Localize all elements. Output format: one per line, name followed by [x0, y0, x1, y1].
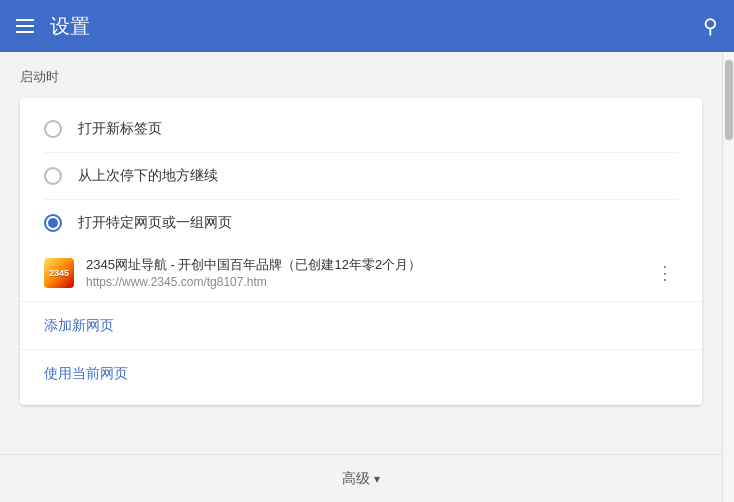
more-options-icon[interactable]: ⋮ — [652, 260, 678, 286]
radio-resume[interactable]: 从上次停下的地方继续 — [20, 153, 702, 199]
advanced-label: 高级 — [342, 470, 370, 488]
radio-label-new-tab: 打开新标签页 — [78, 120, 162, 138]
radio-circle-resume — [44, 167, 62, 185]
site-url: https://www.2345.com/tg8107.htm — [86, 274, 640, 291]
radio-new-tab[interactable]: 打开新标签页 — [20, 106, 702, 152]
header: 设置 ⚲ — [0, 0, 734, 52]
main-content: 启动时 打开新标签页 从上次停下的地方继续 打开特定网页或一组网页 2345 2… — [0, 52, 722, 437]
hamburger-icon[interactable] — [16, 19, 34, 33]
scrollbar-track[interactable] — [722, 52, 734, 502]
radio-label-specific: 打开特定网页或一组网页 — [78, 214, 232, 232]
site-name: 2345网址导航 - 开创中国百年品牌（已创建12年零2个月） — [86, 256, 640, 274]
use-current-option[interactable]: 使用当前网页 — [20, 350, 702, 397]
site-favicon: 2345 — [44, 258, 74, 288]
chevron-down-icon: ▾ — [374, 472, 380, 486]
startup-card: 打开新标签页 从上次停下的地方继续 打开特定网页或一组网页 2345 2345网… — [20, 98, 702, 405]
add-page-option[interactable]: 添加新网页 — [20, 302, 702, 349]
radio-specific[interactable]: 打开特定网页或一组网页 — [20, 200, 702, 246]
add-page-link[interactable]: 添加新网页 — [44, 317, 114, 333]
page-title: 设置 — [50, 13, 90, 40]
site-icon-text: 2345 — [49, 268, 69, 278]
header-left: 设置 — [16, 13, 90, 40]
scrollbar-thumb[interactable] — [725, 60, 733, 140]
radio-circle-new-tab — [44, 120, 62, 138]
site-info: 2345网址导航 - 开创中国百年品牌（已创建12年零2个月） https://… — [86, 256, 640, 291]
use-current-link[interactable]: 使用当前网页 — [44, 365, 128, 381]
search-icon[interactable]: ⚲ — [703, 14, 718, 38]
startup-section-label: 启动时 — [20, 68, 702, 86]
radio-label-resume: 从上次停下的地方继续 — [78, 167, 218, 185]
bottom-bar: 高级 ▾ — [0, 454, 722, 502]
website-entry: 2345 2345网址导航 - 开创中国百年品牌（已创建12年零2个月） htt… — [20, 246, 702, 301]
advanced-button[interactable]: 高级 ▾ — [342, 470, 380, 488]
radio-circle-specific — [44, 214, 62, 232]
